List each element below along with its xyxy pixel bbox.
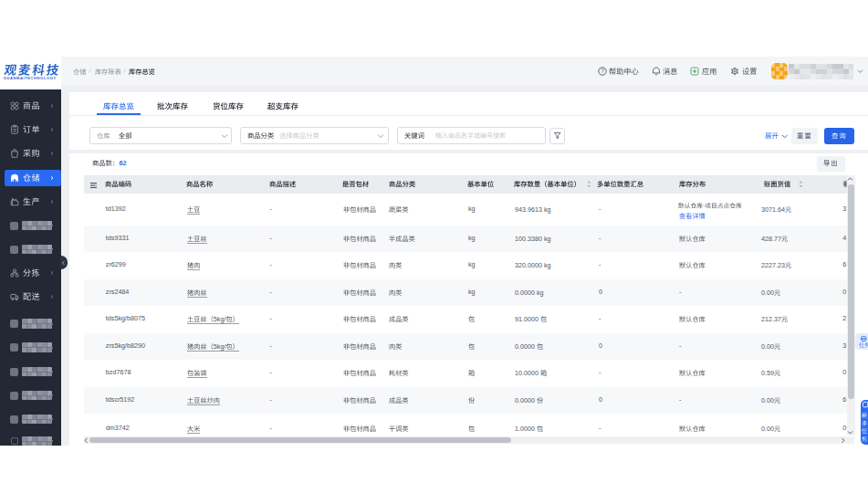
svg-text:0.0000: 0.0000	[515, 396, 535, 404]
svg-text:·: ·	[703, 203, 705, 209]
svg-text:0.00: 0.00	[761, 289, 774, 297]
svg-text:10.0000: 10.0000	[515, 369, 539, 377]
svg-text:0.00: 0.00	[761, 425, 774, 433]
svg-text:0.0000 kg: 0.0000 kg	[515, 289, 544, 297]
svg-text:100.3380 kg: 100.3380 kg	[515, 235, 551, 243]
svg-text:5kg/: 5kg/	[214, 342, 226, 351]
svg-text:2227.23: 2227.23	[761, 261, 785, 269]
svg-text:5kg/: 5kg/	[214, 315, 226, 323]
svg-text:212.37: 212.37	[761, 315, 781, 323]
svg-text:320.0000 kg: 320.0000 kg	[515, 261, 551, 269]
svg-text:0.59: 0.59	[761, 369, 774, 377]
svg-text:0.00: 0.00	[761, 396, 774, 404]
svg-text:91.0000: 91.0000	[515, 315, 539, 323]
svg-text:943.9613 kg: 943.9613 kg	[515, 205, 551, 214]
svg-text:0.00: 0.00	[761, 342, 774, 351]
svg-text:1.0000: 1.0000	[515, 425, 535, 433]
svg-text:3071.64: 3071.64	[761, 205, 785, 214]
svg-text:0.0000: 0.0000	[515, 342, 535, 351]
svg-text:428.77: 428.77	[761, 235, 781, 243]
svg-text:?: ?	[601, 68, 604, 74]
